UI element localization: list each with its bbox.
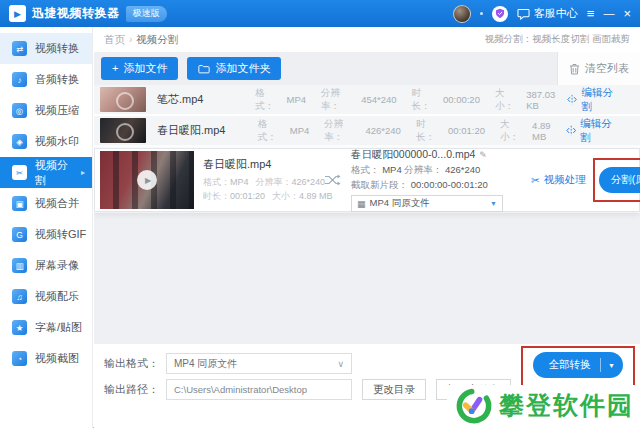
minimize-icon[interactable]: —: [603, 8, 614, 19]
output-info: 春日暖阳000000-0...0.mp4 ✎ 格式： MP4 分辨率： 426*…: [351, 148, 521, 212]
sidebar-item-screen-record[interactable]: ▥ 屏幕录像: [0, 250, 92, 281]
scissors-icon: ✂: [531, 174, 540, 186]
split-icon: [567, 94, 577, 105]
output-file-name: 春日暖阳000000-0...0.mp4: [351, 148, 475, 162]
video-thumbnail: [100, 87, 146, 112]
video-compress-icon: ◎: [12, 103, 27, 118]
sidebar-item-audio-convert[interactable]: ♪ 音频转换: [0, 64, 92, 95]
resolution-value: 426*240: [365, 125, 400, 136]
breadcrumb: 首页 › 视频分割 视频分割：视频长度切割 画面裁剪: [94, 27, 640, 52]
output-path-input[interactable]: [166, 379, 352, 400]
video-screenshot-icon: ◔: [12, 351, 27, 366]
film-icon: ▦: [357, 199, 366, 209]
watermark-text: 攀登软件园: [499, 389, 634, 422]
resolution-label: 分辨率：: [404, 164, 442, 175]
play-button-icon[interactable]: ▶: [137, 170, 157, 190]
split-button-label: 分割(原速): [599, 173, 640, 187]
clear-list-label: 清空列表: [585, 61, 629, 76]
add-folder-button[interactable]: 添加文件夹: [187, 57, 281, 80]
help-center-button[interactable]: 客服中心: [517, 6, 578, 21]
add-file-button[interactable]: + 添加文件: [101, 57, 178, 80]
format-label: 格式：: [255, 87, 281, 113]
size-label: 大小：: [500, 118, 527, 144]
add-folder-label: 添加文件夹: [215, 61, 270, 76]
chevron-down-icon[interactable]: ▼: [601, 362, 623, 369]
format-value: MP4: [230, 177, 249, 187]
global-format-value: MP4 同原文件: [174, 357, 237, 371]
resolution-value: 426*240: [292, 177, 326, 187]
expanded-file-card: ▶ 春日暖阳.mp4 格式：MP4分辨率：426*240 时长：00:01:20…: [94, 148, 640, 212]
resolution-label: 分辨率：: [324, 118, 360, 144]
breadcrumb-current: 视频分割: [136, 33, 178, 47]
video-thumbnail-large[interactable]: ▶: [100, 151, 194, 209]
app-logo-icon: ▶: [9, 5, 26, 22]
sidebar-item-video-merge[interactable]: ▣ 视频合并: [0, 188, 92, 219]
format-label: 格式：: [258, 118, 285, 144]
sidebar-item-video-screenshot[interactable]: ◔ 视频截图: [0, 343, 92, 374]
segment-label: 截取新片段：: [351, 179, 408, 190]
sidebar-item-label: 视频转换: [35, 41, 79, 56]
format-value: MP4: [382, 164, 402, 175]
format-value: MP4: [287, 94, 307, 105]
file-row[interactable]: 笔芯.mp4 格式： MP4 分辨率： 454*240 时长： 00:00:20…: [94, 85, 640, 114]
chat-bubble-icon: [517, 8, 530, 20]
file-list: 笔芯.mp4 格式： MP4 分辨率： 454*240 时长： 00:00:20…: [94, 85, 640, 344]
size-value: 4.89 MB: [299, 191, 333, 201]
folder-icon: [198, 64, 210, 74]
vip-icon[interactable]: [492, 6, 508, 22]
video-convert-icon: ⇄: [12, 41, 27, 56]
sidebar-item-video-watermark[interactable]: ◈ 视频水印: [0, 126, 92, 157]
sidebar-item-label: 视频压缩: [35, 103, 79, 118]
global-format-select[interactable]: MP4 同原文件 ∨: [166, 353, 352, 374]
sidebar-item-label: 视频转GIF: [35, 227, 86, 242]
chevron-down-icon: ∨: [337, 359, 344, 369]
output-format-select[interactable]: ▦ MP4 同原文件 ▼: [351, 195, 503, 212]
close-icon[interactable]: ×: [623, 7, 631, 20]
video-split-icon: ✂: [12, 165, 27, 180]
rename-pencil-icon[interactable]: ✎: [479, 150, 487, 160]
sidebar-item-label: 视频合并: [35, 196, 79, 211]
split-button[interactable]: 分割(原速) ▼: [599, 167, 640, 193]
convert-all-label: 全部转换: [533, 358, 600, 372]
change-directory-button[interactable]: 更改目录: [362, 379, 426, 400]
sidebar-item-video-to-gif[interactable]: G 视频转GIF: [0, 219, 92, 250]
shield-icon: [495, 8, 505, 19]
clear-list-button[interactable]: 清空列表: [557, 52, 640, 85]
trash-icon: [569, 63, 580, 75]
sidebar-item-label: 视频水印: [35, 134, 79, 149]
edit-split-button[interactable]: 编辑分割: [566, 117, 620, 145]
sidebar-item-label: 音频转换: [35, 72, 79, 87]
sidebar-item-label: 屏幕录像: [35, 258, 79, 273]
feature-hint: 视频分割：视频长度切割 画面裁剪: [485, 33, 630, 46]
duration-value: 00:01:20: [448, 125, 485, 136]
resolution-value: 454*240: [361, 94, 396, 105]
titlebar: ▶ 迅捷视频转换器 极速版 客服中心 ≡ — ×: [0, 0, 640, 27]
breadcrumb-home[interactable]: 首页: [104, 33, 125, 47]
resolution-label: 分辨率：: [321, 87, 356, 113]
watermark: 攀登软件园: [447, 385, 640, 428]
screen-record-icon: ▥: [12, 258, 27, 273]
convert-all-button[interactable]: 全部转换 ▼: [533, 352, 623, 378]
plus-icon: +: [112, 63, 118, 74]
video-process-button[interactable]: ✂ 视频处理: [531, 173, 586, 187]
edit-split-button[interactable]: 编辑分割: [567, 86, 620, 114]
file-name: 春日暖阳.mp4: [157, 123, 243, 138]
file-name: 笔芯.mp4: [157, 92, 240, 107]
size-value: 4.89 MB: [532, 120, 566, 142]
file-row[interactable]: 春日暖阳.mp4 格式： MP4 分辨率： 426*240 时长： 00:01:…: [94, 116, 640, 145]
user-avatar[interactable]: [453, 5, 471, 23]
list-empty-area: [94, 213, 640, 344]
sidebar-item-subtitle-sticker[interactable]: ★ 字幕/贴图: [0, 312, 92, 343]
subtitle-sticker-icon: ★: [12, 320, 27, 335]
sidebar: ⇄ 视频转换 ♪ 音频转换 ◎ 视频压缩 ◈ 视频水印 ✂ 视频分割 ▸ ▣ 视…: [0, 27, 93, 428]
sidebar-item-video-split[interactable]: ✂ 视频分割 ▸: [0, 157, 92, 188]
source-file-name: 春日暖阳.mp4: [203, 157, 321, 172]
sidebar-item-video-music[interactable]: ♫ 视频配乐: [0, 281, 92, 312]
sidebar-item-video-convert[interactable]: ⇄ 视频转换: [0, 33, 92, 64]
sidebar-item-video-compress[interactable]: ◎ 视频压缩: [0, 95, 92, 126]
sidebar-item-label: 视频配乐: [35, 289, 79, 304]
sidebar-item-label: 视频分割: [35, 158, 73, 188]
output-path-label: 输出路径：: [104, 382, 166, 397]
menu-icon[interactable]: ≡: [587, 7, 595, 20]
output-format-label: 输出格式：: [104, 356, 166, 371]
